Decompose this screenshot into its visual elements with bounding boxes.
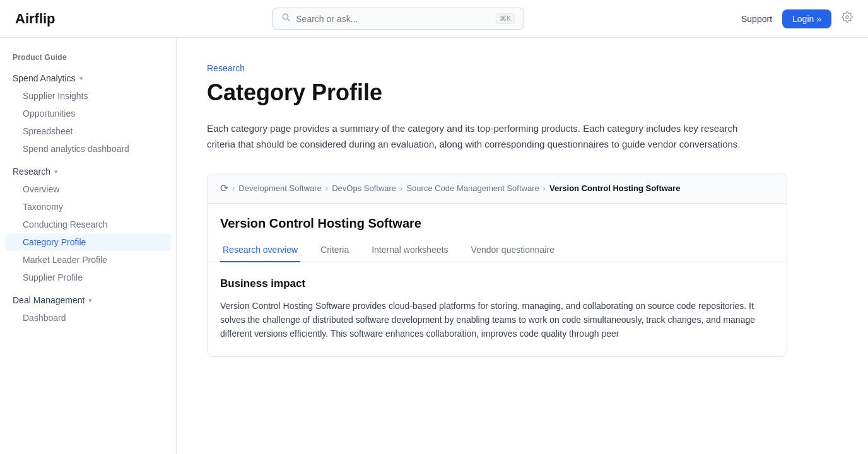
sidebar-item-supplier-insights[interactable]: Supplier Insights [0, 87, 176, 105]
sidebar-group-deal-management[interactable]: Deal Management ▾ [0, 291, 176, 309]
research-items: Overview Taxonomy Conducting Research Ca… [0, 180, 176, 286]
svg-point-0 [283, 14, 288, 19]
product-guide-label: Product Guide [0, 50, 176, 69]
sidebar-item-category-profile[interactable]: Category Profile [5, 233, 171, 251]
bc-source-code-management[interactable]: Source Code Management Software [406, 183, 539, 193]
card-title: Version Control Hosting Software [208, 204, 787, 231]
page-title: Category Profile [207, 79, 838, 106]
bc-development-software[interactable]: Development Software [238, 183, 322, 193]
tab-criteria[interactable]: Criteria [318, 238, 351, 262]
sidebar-item-dashboard[interactable]: Dashboard [0, 309, 176, 327]
category-card: ⟳ › Development Software › DevOps Softwa… [207, 173, 787, 357]
chevron-down-icon-deal: ▾ [88, 296, 92, 305]
sidebar-item-taxonomy[interactable]: Taxonomy [0, 198, 176, 216]
svg-line-1 [288, 19, 290, 21]
svg-point-2 [846, 16, 849, 19]
support-link[interactable]: Support [741, 14, 772, 24]
sidebar-group-research[interactable]: Research ▾ [0, 163, 176, 180]
settings-icon[interactable] [842, 11, 853, 26]
sidebar-item-market-leader-profile[interactable]: Market Leader Profile [0, 251, 176, 269]
breadcrumb-sep-2: › [326, 183, 328, 193]
layout: Product Guide Spend Analytics ▾ Supplier… [0, 38, 868, 454]
header-right: Support Login » [741, 9, 853, 28]
logo: Airflip [15, 11, 56, 27]
page-description: Each category page provides a summary of… [207, 121, 749, 153]
chevron-down-icon: ▾ [79, 74, 83, 83]
search-icon [281, 13, 291, 25]
search-bar[interactable]: ⌘K [272, 8, 524, 30]
search-kbd: ⌘K [496, 13, 515, 24]
breadcrumb-sep-3: › [400, 183, 402, 193]
breadcrumb-sep-1: › [232, 183, 235, 193]
sidebar-item-overview[interactable]: Overview [0, 180, 176, 198]
home-icon: ⟳ [220, 182, 228, 194]
card-content: Business impact Version Control Hosting … [208, 262, 787, 356]
deal-management-label: Deal Management [13, 295, 85, 305]
login-button[interactable]: Login » [782, 9, 831, 28]
sidebar-item-opportunities[interactable]: Opportunities [0, 105, 176, 122]
bc-version-control[interactable]: Version Control Hosting Software [549, 183, 680, 193]
card-breadcrumb: ⟳ › Development Software › DevOps Softwa… [208, 173, 787, 204]
sidebar-item-spreadsheet[interactable]: Spreadsheet [0, 122, 176, 140]
section-text: Version Control Hosting Software provide… [220, 299, 774, 341]
sidebar-item-supplier-profile[interactable]: Supplier Profile [0, 269, 176, 286]
spend-analytics-label: Spend Analytics [13, 73, 76, 83]
header: Airflip ⌘K Support Login » [0, 0, 868, 38]
bc-devops-software[interactable]: DevOps Software [332, 183, 396, 193]
sidebar: Product Guide Spend Analytics ▾ Supplier… [0, 38, 177, 454]
breadcrumb-top[interactable]: Research [207, 63, 838, 73]
tab-internal-worksheets[interactable]: Internal worksheets [369, 238, 450, 262]
sidebar-item-conducting-research[interactable]: Conducting Research [0, 216, 176, 233]
spend-analytics-items: Supplier Insights Opportunities Spreadsh… [0, 87, 176, 158]
sidebar-group-spend-analytics[interactable]: Spend Analytics ▾ [0, 69, 176, 87]
card-tabs: Research overview Criteria Internal work… [208, 238, 787, 262]
main-content: Research Category Profile Each category … [177, 38, 868, 454]
tab-vendor-questionnaire[interactable]: Vendor questionnaire [469, 238, 557, 262]
research-label: Research [13, 166, 50, 177]
chevron-down-icon-research: ▾ [54, 168, 58, 176]
sidebar-item-spend-analytics-dashboard[interactable]: Spend analytics dashboard [0, 140, 176, 158]
search-input[interactable] [296, 14, 491, 24]
deal-management-items: Dashboard [0, 309, 176, 327]
tab-research-overview[interactable]: Research overview [220, 238, 300, 262]
breadcrumb-sep-4: › [543, 183, 546, 193]
section-title: Business impact [220, 277, 774, 290]
